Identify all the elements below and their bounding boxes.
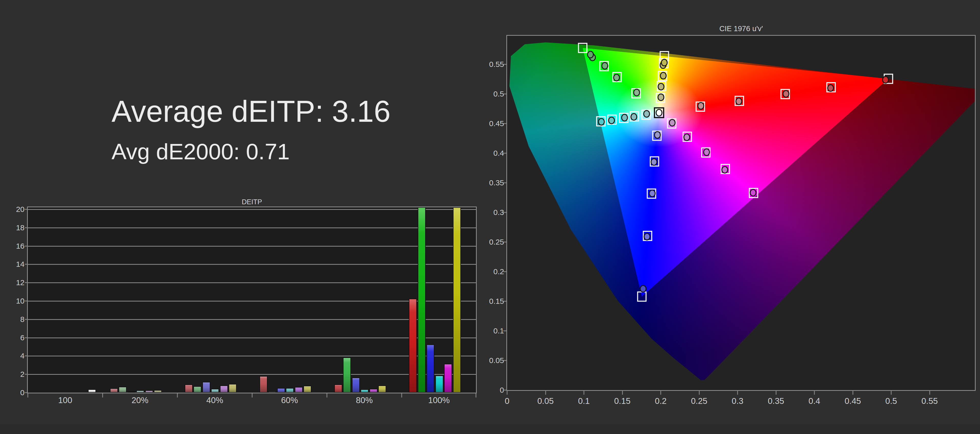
bar-cyan [435,375,443,393]
cie-y-axis-tick [503,390,506,391]
x-axis-tick [327,393,328,397]
cie-x-axis-label: 0.2 [655,396,667,406]
cie-x-axis-label: 0.45 [845,396,861,406]
x-axis-category-label: 100 [58,396,72,405]
cie-y-axis-label: 0.05 [486,356,504,365]
cie-y-axis-label: 0.2 [486,267,504,276]
bar-green [343,357,351,393]
x-axis-category-label: 80% [356,396,372,405]
x-axis-category-label: 100% [428,396,450,405]
measured-circle-red [698,103,704,109]
bar-cyan [211,389,219,393]
bar-blue [202,382,210,393]
cie-y-axis-tick [503,64,506,65]
bar-chart-title: DEITP [242,198,262,206]
calibration-report-page: { "summary": { "avg_deitp_label": "Avera… [0,0,980,434]
y-axis-label: 4 [6,351,24,360]
cie-chart-title: CIE 1976 u'v' [719,24,763,33]
bar-red [409,299,417,393]
x-axis-tick [27,393,28,397]
y-axis-label: 14 [6,260,24,268]
bar-yellow [378,386,386,393]
cie-x-axis-label: 0.15 [614,396,630,406]
grid-line [28,209,476,210]
x-axis-tick [252,393,253,397]
bar-cyan [361,389,369,393]
measured-circle-magenta [669,120,675,126]
cie-y-axis-tick [503,242,506,243]
cie-x-axis-label: 0.05 [537,396,554,406]
cie-x-axis-label: 0.5 [885,396,897,406]
y-axis-label: 18 [6,223,24,232]
y-axis-label: 8 [6,315,24,324]
target-square-blue [638,292,646,301]
bar-blue [426,345,434,393]
measured-circle-blue [640,286,646,292]
x-axis-tick [476,393,476,397]
measured-circle-yellow [661,59,667,66]
y-axis-label: 12 [6,278,24,287]
average-de2000-value: Avg dE2000: 0.71 [111,139,290,165]
y-axis-label: 0 [6,388,24,397]
measured-circle-magenta [722,166,728,173]
measured-circle-cyan [631,113,637,120]
cie-y-axis-label: 0.15 [486,297,504,306]
cie-y-axis-tick [503,212,506,213]
measured-circle-blue [644,233,650,240]
bar-magenta [369,389,377,393]
bar-magenta [220,386,228,393]
measured-circle-cyan [644,110,649,117]
cie-measurement-markers [507,36,975,390]
measured-circle-red [783,90,789,97]
bar-red [259,376,267,393]
cie-y-axis-label: 0.55 [486,60,504,69]
cie-y-axis-label: 0.45 [486,119,504,128]
bar-blue [352,378,360,393]
bottom-edge-strip [0,424,980,434]
bar-cyan [286,388,294,393]
bar-yellow [229,384,237,393]
cie-x-axis-label: 0 [505,396,509,406]
cie-y-axis-label: 0.25 [486,238,504,246]
bar-red [334,385,342,393]
y-axis-label: 20 [6,205,24,214]
cie-y-axis-label: 0.1 [486,327,504,335]
bar-red [110,388,118,393]
cie-x-axis-label: 0.35 [768,396,784,406]
cie-x-axis-label: 0.25 [691,396,707,406]
cie-x-axis-label: 0.4 [808,396,820,406]
measured-circle-cyan [622,114,628,121]
measured-circle-green [587,51,593,58]
y-axis-label: 16 [6,242,24,251]
average-deitp-value: Average dEITP: 3.16 [111,94,390,129]
x-axis-category-label: 20% [131,396,148,405]
measured-circle-blue [649,190,655,196]
cie-x-axis-label: 0.1 [578,396,590,406]
grid-line [28,227,476,228]
cie-y-axis-tick [503,123,506,124]
cie-y-axis-tick [503,360,506,361]
cie-y-axis-tick [503,271,506,272]
y-axis-label: 2 [6,370,24,378]
cie-y-axis-label: 0 [486,386,504,394]
cie-y-axis-label: 0.4 [486,149,504,158]
measured-circle-yellow [660,72,666,79]
measured-circle-cyan [598,118,605,125]
cie-y-axis-tick [503,94,506,94]
cie-y-axis-tick [503,330,506,331]
grid-line [28,246,476,247]
measured-circle-blue [651,158,657,165]
measured-circle-red [828,85,834,91]
white-point-circle [656,110,662,116]
measured-circle-green [602,62,608,69]
target-square-green [579,43,587,53]
bar-green [268,391,276,393]
cie-y-axis-label: 0.3 [486,208,504,217]
measured-circle-blue [654,132,660,138]
bar-magenta [145,390,153,393]
measured-circle-magenta [684,134,690,140]
bar-red [185,385,192,393]
measured-circle-yellow [658,94,664,101]
bar-yellow [453,207,461,393]
measured-circle-cyan [609,117,614,124]
